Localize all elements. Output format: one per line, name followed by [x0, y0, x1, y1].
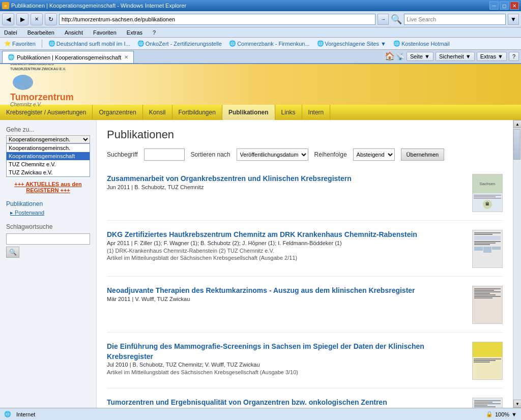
refresh-button[interactable]: ↻ [45, 13, 57, 25]
nav-organzentren[interactable]: Organzentren [93, 105, 142, 120]
globe-icon-2: 🌐 [137, 40, 144, 47]
nav-publikationen[interactable]: Publikationen [222, 105, 275, 120]
seite-button[interactable]: Seite ▼ [407, 52, 433, 61]
restore-button[interactable]: ◻ [500, 2, 509, 10]
sicherheit-button[interactable]: Sicherheit ▼ [436, 52, 475, 61]
page-title: Publikationen [107, 128, 503, 141]
menu-datei[interactable]: Datei [2, 28, 19, 37]
nav-links[interactable]: Links [275, 105, 302, 120]
window-title: Publikationen | Kooperationsgemeinschaft… [11, 3, 489, 9]
goto-select[interactable]: Kooperationsgemeinsch. [6, 135, 90, 143]
dropdown-item-1[interactable]: Kooperationsgemeinschaft [7, 152, 90, 160]
pub-content-3: Neoadjuvante Therapien des Rektumkarzino… [107, 286, 466, 304]
sidebar: Gehe zu... Kooperationsgemeinsch. Kooper… [0, 120, 97, 408]
logo-main-text: Tumorzentrum [10, 93, 66, 102]
zoom-dropdown-icon[interactable]: ▼ [511, 411, 517, 417]
zoom-area: 🔒 100% ▼ [486, 411, 517, 417]
scroll-up-button[interactable]: ▲ [513, 120, 521, 128]
sidebar-publications-title: Publikationen [6, 200, 90, 207]
internet-icon: 🌐 [4, 411, 11, 417]
browser-icon: e [2, 2, 9, 9]
title-bar: e Publikationen | Kooperationsgemeinscha… [0, 0, 521, 11]
close-button[interactable]: ✕ [510, 2, 519, 10]
reihenfolge-label: Reihenfolge [314, 151, 347, 158]
schlagwort-search-button[interactable]: 🔍 [6, 247, 19, 258]
back-button[interactable]: ◀ [2, 13, 14, 25]
rss-icon: 📡 [396, 52, 404, 61]
dropdown-item-2[interactable]: TUZ Chemnitz e.V. [7, 160, 90, 168]
pub-item-3: Neoadjuvante Therapien des Rektumkarzino… [107, 286, 503, 333]
pub-title-4[interactable]: Die Einführung des Mammografie-Screening… [107, 342, 424, 361]
globe-icon-5: 🌐 [393, 40, 400, 47]
search-icon: 🔍 [391, 14, 402, 25]
address-bar: ◀ ▶ ✕ ↻ → 🔍 ▼ [0, 11, 521, 27]
pub-title-2[interactable]: DKG Zertifiziertes Hautkrebszentrum Chem… [107, 230, 417, 238]
help-tool-button[interactable]: ? [509, 52, 519, 61]
pub-thumb-5 [472, 398, 503, 408]
active-tab[interactable]: 🌐 Publikationen | Kooperationsgemeinscha… [2, 51, 134, 63]
sortieren-select[interactable]: Veröffentlichungsdatum [237, 148, 308, 161]
nav-konsil[interactable]: Konsil [143, 105, 172, 120]
website-container: SÜDWESTSÄCHSISCHESTUMORZENTRUM ZWICKAU E… [0, 64, 521, 408]
vertical-scrollbar: ▲ ▼ [513, 120, 521, 408]
favorites-separator [42, 40, 42, 48]
fav-suggested-sites[interactable]: 🌐 Vorgeschlagene Sites ▼ [315, 39, 388, 48]
page-content: Gehe zu... Kooperationsgemeinsch. Kooper… [0, 120, 521, 408]
globe-icon-3: 🌐 [229, 40, 236, 47]
fav-item-2[interactable]: 🌐 OnkoZert - Zertifizierungsstelle [135, 39, 224, 48]
go-button[interactable]: → [378, 14, 389, 25]
uebernehmen-button[interactable]: Übernehmen [401, 148, 445, 161]
main-area: SÜDWESTSÄCHSISCHESTUMORZENTRUM ZWICKAU E… [0, 64, 521, 408]
nav-intern[interactable]: Intern [302, 105, 331, 120]
pub-title-1[interactable]: Zusammenarbeit von Organkrebszentren und… [107, 174, 352, 183]
pub-thumb-4 [472, 342, 503, 380]
tab-close-icon[interactable]: ✕ [124, 54, 128, 60]
extras-tool-button[interactable]: Extras ▼ [477, 52, 507, 61]
website-header: SÜDWESTSÄCHSISCHESTUMORZENTRUM ZWICKAU E… [0, 64, 521, 105]
star-icon: ⭐ [4, 40, 11, 47]
menu-favoriten[interactable]: Favoriten [91, 28, 119, 37]
dropdown-item-0[interactable]: Kooperationsgemeinsch. [7, 144, 90, 152]
pub-title-3[interactable]: Neoadjuvante Therapien des Rektumkarzino… [107, 286, 415, 294]
zoom-level: 100% [495, 411, 509, 417]
schlagwort-input[interactable] [6, 233, 90, 245]
pub-source-2: Artikel im Mitteilungsblatt der Sächsisc… [107, 255, 466, 261]
menu-bearbeiten[interactable]: Bearbeiten [25, 28, 56, 37]
pub-title-5[interactable]: Tumorzentren und Ergebnisqualität von Or… [107, 398, 387, 406]
suchbegriff-input[interactable] [144, 148, 185, 161]
menu-extras[interactable]: Extras [125, 28, 144, 37]
pub-item-5: Tumorzentren und Ergebnisqualität von Or… [107, 398, 503, 408]
nav-fortbildungen[interactable]: Fortbildungen [172, 105, 222, 120]
pub-content-2: DKG Zertifiziertes Hautkrebszentrum Chem… [107, 230, 466, 261]
pub-content-4: Die Einführung des Mammografie-Screening… [107, 342, 466, 375]
reihenfolge-select[interactable]: Absteigend [353, 148, 395, 161]
toolbar-right: 🏠 📡 Seite ▼ Sicherheit ▼ Extras ▼ ? [385, 51, 519, 63]
pub-item-2: DKG Zertifiziertes Hautkrebszentrum Chem… [107, 230, 503, 277]
scroll-thumb[interactable] [513, 129, 520, 160]
aktuelles-link[interactable]: +++ AKTUELLES aus den REGISTERN +++ [6, 181, 90, 193]
minimize-button[interactable]: ─ [489, 2, 499, 10]
pub-meta-2: Apr 2011 | F. Ziller (1); F. Wagner (1);… [107, 240, 466, 246]
fav-item-3[interactable]: 🌐 Commerzbank - Firmenkun... [227, 39, 311, 48]
menu-bar: Datei Bearbeiten Ansicht Favoriten Extra… [0, 27, 521, 38]
posterwand-link[interactable]: ▸ Posterwand [6, 209, 90, 216]
fav-hotmail[interactable]: 🌐 Kostenlose Hotmail [391, 39, 452, 48]
stop-button[interactable]: ✕ [31, 13, 43, 25]
menu-help[interactable]: ? [151, 28, 158, 37]
scroll-down-button[interactable]: ▼ [513, 400, 521, 408]
forward-button[interactable]: ▶ [16, 13, 28, 25]
sidebar-dropdown: Kooperationsgemeinsch. Kooperationsgemei… [6, 143, 90, 177]
window-controls: ─ ◻ ✕ [489, 2, 519, 10]
fav-item-1[interactable]: 🌐 Deutschland surft mobil im I... [46, 39, 132, 48]
favorites-bar: ⭐ Favoriten 🌐 Deutschland surft mobil im… [0, 38, 521, 50]
menu-ansicht[interactable]: Ansicht [63, 28, 85, 37]
favorites-button[interactable]: ⭐ Favoriten [2, 39, 38, 48]
live-search-button[interactable]: ▼ [508, 14, 519, 25]
live-search-input[interactable] [404, 14, 506, 25]
nav-menu: Krebsregister / Auswertungen Organzentre… [0, 105, 521, 120]
pub-content-5: Tumorzentren und Ergebnisqualität von Or… [107, 398, 466, 408]
address-input[interactable] [59, 14, 375, 25]
status-bar: 🌐 Internet 🔒 100% ▼ [0, 408, 521, 420]
sortieren-label: Sortieren nach [191, 151, 230, 158]
dropdown-item-3[interactable]: TUZ Zwickau e.V. [7, 168, 90, 176]
